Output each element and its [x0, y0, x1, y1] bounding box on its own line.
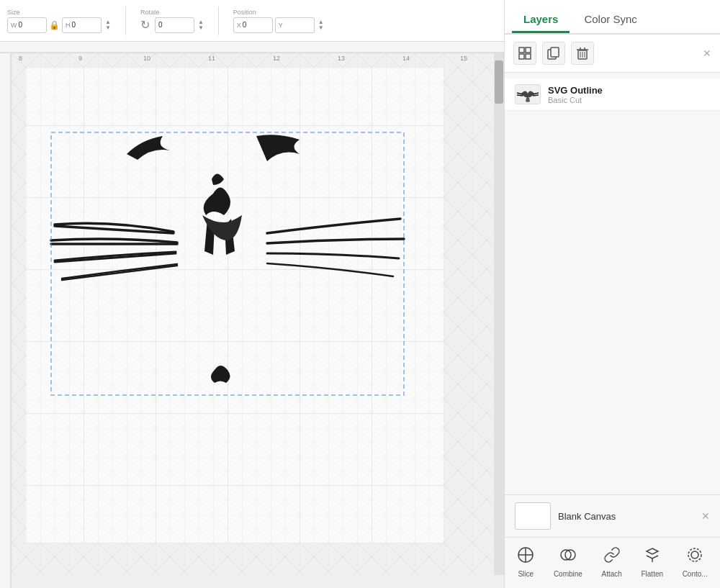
scrollbar-thumb[interactable]	[495, 60, 503, 104]
attach-icon	[603, 546, 621, 568]
x-input[interactable]	[243, 21, 264, 29]
layers-list: SVG Outline Basic Cut	[505, 73, 720, 494]
svg-rect-25	[551, 48, 559, 57]
position-label: Position	[233, 9, 256, 16]
svg-point-43	[688, 548, 701, 561]
layer-info: SVG Outline Basic Cut	[548, 85, 603, 104]
svg-line-34	[517, 95, 523, 96]
svg-text:15: 15	[460, 55, 467, 62]
width-input-box[interactable]: W	[7, 17, 47, 33]
ruler-left	[0, 53, 12, 588]
tab-color-sync[interactable]: Color Sync	[572, 7, 648, 33]
flatten-icon	[644, 546, 661, 568]
panel-tools: ✕	[505, 35, 720, 73]
svg-rect-20	[519, 48, 524, 53]
blank-canvas-section: Blank Canvas ✕	[505, 494, 720, 537]
delete-icon-btn[interactable]	[571, 42, 594, 65]
group-icon-btn[interactable]	[513, 42, 536, 65]
svg-text:14: 14	[402, 55, 410, 62]
slice-label: Slice	[518, 570, 534, 578]
flatten-label: Flatten	[641, 570, 663, 578]
y-input[interactable]	[284, 21, 306, 29]
y-label: Y	[279, 22, 283, 29]
slice-btn[interactable]: Slice	[511, 543, 540, 581]
contour-btn[interactable]: Conto...	[677, 543, 714, 581]
rotate-icon: ↻	[140, 18, 150, 32]
size-stepper[interactable]: ▲ ▼	[105, 19, 111, 31]
y-input-box[interactable]: Y	[275, 17, 315, 33]
size-label: Size	[7, 9, 20, 16]
height-input[interactable]	[72, 21, 94, 29]
lock-icon[interactable]: 🔒	[49, 20, 60, 30]
rotate-down-btn[interactable]: ▼	[198, 25, 204, 31]
svg-rect-22	[519, 54, 524, 59]
trash-icon	[576, 47, 589, 60]
position-down-btn[interactable]: ▼	[318, 25, 324, 31]
x-label: X	[237, 22, 241, 29]
svg-text:13: 13	[338, 55, 345, 62]
duplicate-icon	[547, 47, 560, 60]
position-group: Position X Y ▲ ▼	[233, 9, 324, 33]
layer-item[interactable]: SVG Outline Basic Cut	[505, 78, 720, 111]
group-icon	[518, 47, 531, 60]
combine-label: Combine	[554, 570, 582, 578]
layer-name: SVG Outline	[548, 85, 603, 96]
svg-rect-21	[526, 48, 531, 53]
duplicate-icon-btn[interactable]	[542, 42, 565, 65]
width-input[interactable]	[19, 21, 40, 29]
divider-2	[218, 6, 219, 35]
size-down-btn[interactable]: ▼	[105, 25, 111, 31]
rotate-group: Rotate ↻ ▲ ▼	[140, 9, 204, 33]
canvas-label: Blank Canvas	[558, 511, 616, 522]
canvas-area[interactable]: 8 9 10 11 12 13 14 15	[12, 53, 492, 575]
right-panel: Layers Color Sync	[504, 0, 720, 588]
svg-rect-23	[526, 54, 531, 59]
rotate-label: Rotate	[140, 9, 160, 16]
position-stepper[interactable]: ▲ ▼	[318, 19, 324, 31]
rotate-input-box[interactable]	[155, 17, 194, 33]
svg-text:9: 9	[78, 55, 82, 62]
canvas-thumbnail	[515, 502, 551, 530]
height-label: H	[66, 22, 71, 29]
tab-layers[interactable]: Layers	[512, 7, 570, 33]
x-input-box[interactable]: X	[233, 17, 273, 33]
combine-btn[interactable]: Combine	[548, 543, 588, 581]
canvas-close-btn[interactable]: ✕	[701, 510, 710, 522]
svg-point-44	[691, 551, 698, 558]
contour-icon	[686, 546, 703, 568]
svg-rect-10	[26, 68, 444, 543]
combine-icon	[559, 546, 577, 568]
svg-text:12: 12	[273, 55, 280, 62]
ruler-top	[0, 42, 504, 53]
rotate-input[interactable]	[158, 21, 187, 29]
layer-thumbnail	[515, 84, 541, 104]
top-toolbar: Size W 🔒 H ▲ ▼ Rotate ↻ ▲	[0, 0, 504, 42]
close-panel-btn[interactable]: ✕	[703, 48, 711, 59]
canvas-grid-svg: 8 9 10 11 12 13 14 15	[12, 53, 492, 575]
svg-rect-2	[0, 53, 12, 588]
vertical-scrollbar[interactable]	[494, 53, 504, 575]
svg-rect-0	[0, 42, 504, 53]
layer-sub: Basic Cut	[548, 96, 603, 104]
tabs-container: Layers Color Sync	[505, 0, 720, 35]
svg-text:10: 10	[143, 55, 150, 62]
svg-text:11: 11	[208, 55, 215, 62]
size-group: Size W 🔒 H ▲ ▼	[7, 9, 111, 33]
width-label: W	[11, 22, 17, 29]
contour-label: Conto...	[683, 570, 708, 578]
slice-icon	[517, 546, 534, 568]
layer-thumb-svg	[516, 85, 540, 104]
attach-btn[interactable]: Attach	[596, 543, 628, 581]
bottom-actions: Slice Combine Attach Flatten	[505, 537, 720, 588]
svg-text:8: 8	[19, 55, 22, 62]
flatten-btn[interactable]: Flatten	[635, 543, 669, 581]
height-input-box[interactable]: H	[62, 17, 102, 33]
rotate-stepper[interactable]: ▲ ▼	[198, 19, 204, 31]
divider-1	[125, 6, 126, 35]
attach-label: Attach	[602, 570, 622, 578]
svg-line-36	[533, 95, 539, 96]
